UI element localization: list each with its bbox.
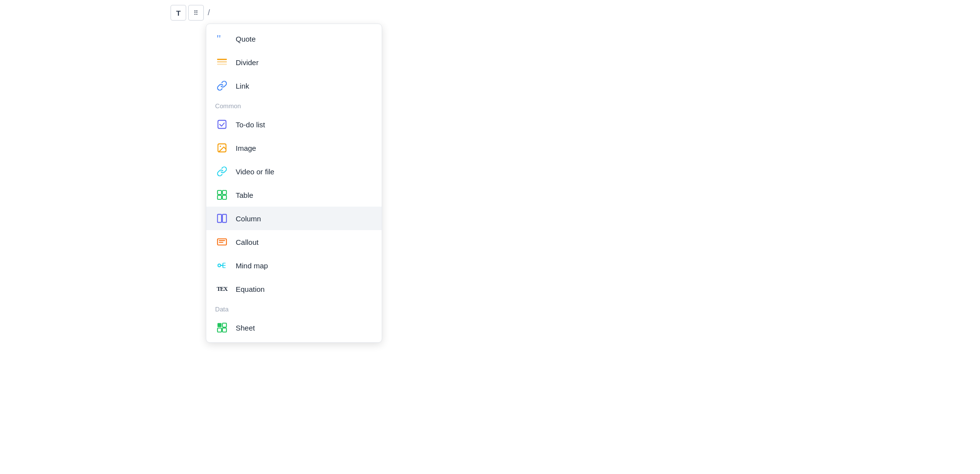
column-icon (215, 212, 229, 225)
sheet-icon (215, 321, 229, 334)
svg-rect-3 (217, 64, 227, 65)
text-format-button[interactable]: T (171, 5, 186, 21)
todo-label: To-do list (236, 120, 265, 129)
svg-rect-1 (217, 59, 227, 60)
menu-item-file[interactable]: Video or file (206, 160, 382, 183)
divider-icon (215, 55, 229, 69)
mindmap-label: Mind map (236, 261, 268, 270)
menu-item-quote[interactable]: " Quote (206, 27, 382, 50)
svg-rect-26 (222, 328, 226, 332)
text-icon: T (176, 9, 180, 17)
table-icon (215, 188, 229, 202)
svg-point-6 (220, 145, 221, 147)
svg-text:": " (217, 33, 221, 44)
svg-rect-25 (218, 328, 221, 332)
dropdown-scroll-container[interactable]: " Quote Divider (206, 24, 382, 342)
menu-item-table[interactable]: Table (206, 183, 382, 207)
callout-label: Callout (236, 238, 259, 246)
menu-item-column[interactable]: Column (206, 207, 382, 230)
svg-rect-2 (217, 61, 227, 63)
svg-rect-12 (222, 214, 226, 223)
svg-point-16 (218, 264, 221, 267)
file-icon (215, 165, 229, 178)
grid-button[interactable]: ⠿ (188, 5, 204, 21)
svg-rect-4 (218, 120, 226, 129)
quote-label: Quote (236, 35, 256, 43)
menu-item-todo[interactable]: To-do list (206, 113, 382, 136)
equation-icon: TEX (215, 282, 229, 296)
insert-menu-dropdown: " Quote Divider (206, 24, 382, 343)
image-icon (215, 141, 229, 155)
svg-rect-11 (218, 214, 221, 223)
menu-item-mindmap[interactable]: Mind map (206, 254, 382, 277)
mindmap-icon (215, 259, 229, 272)
svg-rect-7 (218, 190, 221, 194)
svg-rect-9 (218, 195, 221, 199)
todo-icon (215, 118, 229, 131)
link-label: Link (236, 82, 249, 90)
menu-item-image[interactable]: Image (206, 136, 382, 160)
menu-item-sheet[interactable]: Sheet (206, 316, 382, 339)
sheet-label: Sheet (236, 324, 255, 332)
table-label: Table (236, 191, 253, 199)
quote-icon: " (215, 32, 229, 46)
menu-item-link[interactable]: Link (206, 74, 382, 97)
toolbar: T ⠿ / (171, 5, 210, 21)
callout-icon (215, 235, 229, 249)
svg-rect-24 (222, 323, 226, 327)
svg-rect-10 (222, 195, 226, 199)
equation-label: Equation (236, 285, 265, 293)
section-data-label: Data (206, 301, 382, 316)
link-icon (215, 79, 229, 93)
file-label: Video or file (236, 167, 274, 176)
column-label: Column (236, 214, 261, 223)
menu-item-callout[interactable]: Callout (206, 230, 382, 254)
menu-item-equation[interactable]: TEX Equation (206, 277, 382, 301)
menu-item-divider[interactable]: Divider (206, 50, 382, 74)
divider-label: Divider (236, 58, 259, 67)
grid-icon: ⠿ (194, 9, 198, 17)
slash-separator: / (208, 8, 210, 17)
svg-rect-8 (222, 190, 226, 194)
section-common-label: Common (206, 97, 382, 113)
image-label: Image (236, 144, 256, 152)
svg-rect-23 (218, 323, 221, 327)
